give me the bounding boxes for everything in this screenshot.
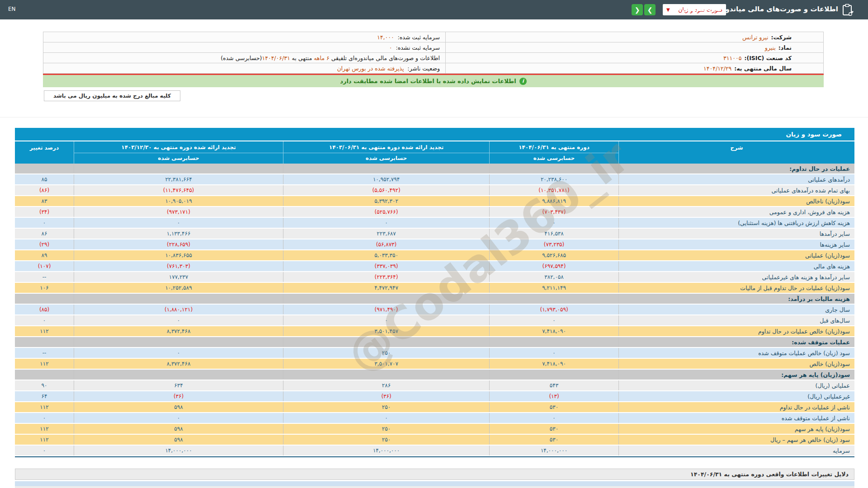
language-toggle[interactable]: EN bbox=[8, 6, 16, 12]
value-restated-fy: (۹۷۳,۱۷۱) bbox=[74, 207, 283, 217]
row-label: سال جاری bbox=[618, 305, 854, 314]
page-title: اطلاعات و صورت‌های مالی میاندوره‌ای تلفی… bbox=[686, 5, 838, 13]
value-restated-h1: ۲۲۳,۶۸۷ bbox=[283, 229, 489, 239]
col-header-audited-0: حسابرسی شده bbox=[490, 153, 618, 163]
value-change-percent: -- bbox=[15, 348, 74, 358]
table-row: هزینه مالیات بر درآمد: bbox=[15, 294, 854, 305]
income-statement-table: صورت سود و زیان شرح دوره منتهی به ۱۴۰۴/۰… bbox=[15, 128, 854, 457]
value-change-percent: (۸۵) bbox=[15, 305, 74, 314]
info-label: اطلاعات و صورت‌های مالی میاندوره‌ای تلفی… bbox=[330, 55, 440, 61]
value-restated-fy: ۵۹۸ bbox=[74, 424, 283, 434]
table-row: سود(زیان) خالص عملیات در حال تداوم ۷,۴۱۸… bbox=[15, 326, 854, 337]
value-restated-h1: ۲۸۶ bbox=[283, 380, 489, 390]
value-current-period: ۴۱۶,۵۳۸ bbox=[489, 229, 618, 239]
info-label: سرمایه ثبت شده: bbox=[394, 34, 440, 41]
value-restated-fy: ۰ bbox=[74, 218, 283, 228]
section-divider bbox=[0, 117, 868, 117]
value-restated-h1: ۰ bbox=[283, 413, 489, 423]
top-header-bar: EN ❮ ❯ صورت سود و زیان ▼ اطلاعات و صورت‌… bbox=[0, 0, 868, 19]
table-row: سال‌های قبل ۰ ۰ ۰ ۰ bbox=[15, 315, 854, 326]
row-label: سود (زیان) خالص عملیات متوقف شده bbox=[618, 348, 854, 358]
value-current-period bbox=[489, 294, 618, 304]
row-label: درآمدهای عملیاتی bbox=[618, 174, 854, 184]
table-row: عملیاتی (ریال) ۵۴۳ ۲۸۶ ۶۳۴ ۹۰ bbox=[15, 380, 854, 391]
nav-back-button[interactable]: ❮ bbox=[632, 4, 643, 15]
col-header-restated-fy: تجدید ارائه شده دوره منتهی به ۱۴۰۳/۱۲/۳۰… bbox=[74, 141, 283, 164]
value-change-percent: ۸۳ bbox=[15, 196, 74, 206]
row-label: عملیات متوقف شده: bbox=[618, 337, 854, 347]
value-change-percent: ۱۱۲ bbox=[15, 402, 74, 412]
value-restated-fy: ۱,۱۳۳,۴۶۶ bbox=[74, 229, 283, 239]
row-label: سود(زیان) عملیات در حال تداوم قبل از مال… bbox=[618, 283, 854, 293]
col-header-restated-h1: تجدید ارائه شده دوره منتهی به ۱۴۰۳/۰۶/۳۱… bbox=[283, 141, 489, 164]
value-change-percent: ۸۹ bbox=[15, 250, 74, 260]
value-restated-fy bbox=[74, 164, 283, 174]
value-restated-h1 bbox=[283, 294, 489, 304]
nav-forward-button[interactable]: ❯ bbox=[644, 4, 656, 15]
value-restated-h1: ۰ bbox=[283, 218, 489, 228]
info-value: ۱۴۰۴/۱۲/۲۹ bbox=[703, 65, 731, 72]
value-current-period: (۶۹۷,۵۹۴) bbox=[489, 261, 618, 271]
value-change-percent bbox=[15, 337, 74, 347]
value-change-percent: ۹۰ bbox=[15, 380, 74, 390]
value-restated-h1: (۹۷۱,۴۹۰) bbox=[283, 305, 489, 314]
value-restated-h1: ۱۰,۹۵۲,۷۹۴ bbox=[283, 174, 489, 184]
table-row: سود(زیان) عملیاتی ۹,۵۲۶,۶۸۵ ۵,۰۳۳,۳۵۰ ۱۰… bbox=[15, 250, 854, 261]
row-label: سال‌های قبل bbox=[618, 315, 854, 325]
info-value: پذیرفته شده در بورس تهران bbox=[337, 65, 404, 72]
value-change-percent: ۱۱۲ bbox=[15, 359, 74, 369]
value-restated-h1: (۳۶) bbox=[283, 391, 489, 401]
company-info-cell-left: اطلاعات و صورت‌های مالی میاندوره‌ای تلفی… bbox=[43, 53, 445, 63]
value-restated-fy: ۱۰,۸۳۶,۶۵۵ bbox=[74, 250, 283, 260]
col-header-audited-1: حسابرسی شده bbox=[283, 153, 489, 163]
table-row: غیرعملیاتی (ریال) (۱۳) (۳۶) (۳۶) ۶۴ bbox=[15, 391, 854, 402]
table-row: سود(زیان) پایه هر سهم ۵۳۰ ۲۵۰ ۵۹۸ ۱۱۲ bbox=[15, 424, 854, 435]
value-change-percent: ۱۱۲ bbox=[15, 424, 74, 434]
value-restated-fy: ۰ bbox=[74, 348, 283, 358]
row-label: ناشی از عملیات متوقف شده bbox=[618, 413, 854, 423]
table-row: هزینه کاهش ارزش دریافتنی ها (هزینه استثن… bbox=[15, 218, 854, 229]
col-header-change-percent: درصد تغییر bbox=[15, 141, 74, 164]
chevron-left-icon: ❮ bbox=[635, 6, 640, 14]
company-info-table: شرکت:نیرو ترانسسرمایه ثبت شده: ۱۴,۰۰۰نما… bbox=[43, 32, 824, 74]
value-current-period: ۰ bbox=[489, 413, 618, 423]
value-restated-h1: ۳,۵۰۱,۷۰۷ bbox=[283, 359, 489, 369]
row-label: ناشی از عملیات در حال تداوم bbox=[618, 402, 854, 412]
value-current-period bbox=[489, 337, 618, 347]
company-info-row: نماد:بنیروسرمایه ثبت نشده: ۰ bbox=[43, 42, 823, 53]
col-header-audited-2: حسابرسی شده bbox=[74, 153, 283, 163]
value-restated-fy: (۳۶) bbox=[74, 391, 283, 401]
value-restated-fy: ۲۲,۳۸۱,۶۶۴ bbox=[74, 174, 283, 184]
row-label: عملیات در حال تداوم: bbox=[618, 164, 854, 174]
value-restated-fy: (۱۱,۴۷۶,۶۴۵) bbox=[74, 185, 283, 195]
value-restated-h1: (۵۲۵,۷۶۶) bbox=[283, 207, 489, 217]
value-restated-h1: ۲۵۰ bbox=[283, 348, 489, 358]
value-restated-fy: ۶۳۴ bbox=[74, 380, 283, 390]
col-header-current-period-label: دوره منتهی به ۱۴۰۴/۰۶/۳۱ bbox=[490, 141, 618, 153]
value-restated-fy: ۱۷۷,۲۳۷ bbox=[74, 272, 283, 282]
value-current-period: ۹,۸۸۶,۸۱۹ bbox=[489, 196, 618, 206]
value-current-period: (۷۳,۲۳۵) bbox=[489, 239, 618, 249]
info-label: سرمایه ثبت نشده: bbox=[392, 44, 440, 51]
value-restated-h1: ۲۵۰ bbox=[283, 424, 489, 434]
company-info-cell-left: سرمایه ثبت شده: ۱۴,۰۰۰ bbox=[43, 32, 445, 42]
value-restated-h1: ۵,۳۹۲,۳۰۲ bbox=[283, 196, 489, 206]
row-label: سود (زیان) خالص هر سهم – ریال bbox=[618, 435, 854, 445]
value-restated-h1: (۳۳۷,۰۳۹) bbox=[283, 261, 489, 271]
row-label: سود(زیان) خالص عملیات در حال تداوم bbox=[618, 326, 854, 336]
value-restated-h1: ۳,۵۰۱,۴۵۷ bbox=[283, 326, 489, 336]
table-row: بهای تمام شده درآمدهای عملیاتی (۱۰,۳۵۱,۷… bbox=[15, 185, 854, 196]
company-info-row: شرکت:نیرو ترانسسرمایه ثبت شده: ۱۴,۰۰۰ bbox=[43, 32, 823, 42]
value-current-period: ۷,۴۱۸,۰۹۰ bbox=[489, 326, 618, 336]
row-label: سود(زیان) خالص bbox=[618, 359, 854, 369]
table-row: سود (زیان) خالص هر سهم – ریال ۵۳۰ ۲۵۰ ۵۹… bbox=[15, 435, 854, 446]
value-current-period: ۵۳۰ bbox=[489, 424, 618, 434]
col-header-restated-h1-label: تجدید ارائه شده دوره منتهی به ۱۴۰۳/۰۶/۳۱ bbox=[283, 141, 489, 153]
value-change-percent: ۱۱۲ bbox=[15, 326, 74, 336]
table-row: سرمایه ۱۴,۰۰۰,۰۰۰ ۱۴,۰۰۰,۰۰۰ ۱۴,۰۰۰,۰۰۰ … bbox=[15, 446, 854, 456]
value-restated-fy bbox=[74, 337, 283, 347]
company-info-row: سال مالی منتهی به:۱۴۰۴/۱۲/۲۹وضعیت ناشر: … bbox=[43, 63, 823, 74]
value-change-percent: ۶۴ bbox=[15, 391, 74, 401]
row-label: سود(زیان) پایه هر سهم: bbox=[618, 370, 854, 380]
value-change-percent: ۰ bbox=[15, 413, 74, 423]
